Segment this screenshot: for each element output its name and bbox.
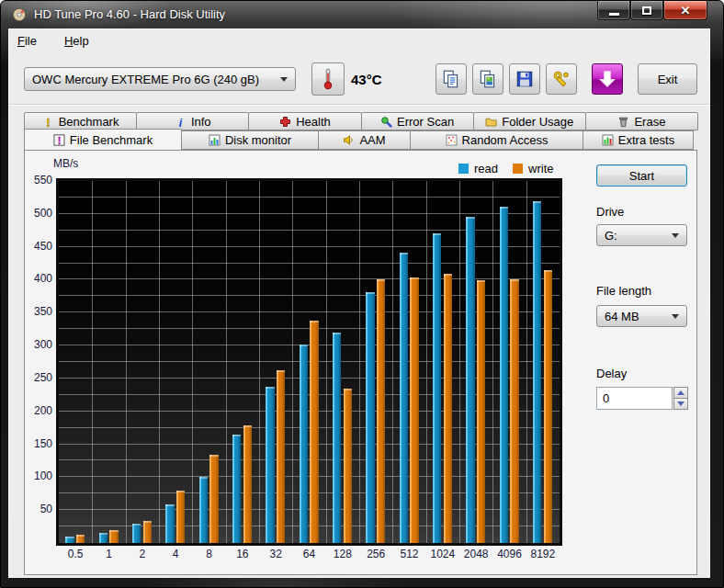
read-bar <box>400 253 408 543</box>
minimize-icon <box>609 13 619 16</box>
folder-usage-icon <box>485 116 497 128</box>
error-scan-icon <box>380 116 392 128</box>
maximize-button[interactable] <box>630 1 663 20</box>
read-bar <box>300 345 308 543</box>
copy-text-icon <box>441 69 461 89</box>
drive-label: Drive <box>596 205 624 219</box>
random-access-icon <box>446 134 458 146</box>
spinner-down-button[interactable] <box>673 398 688 410</box>
read-bar <box>433 233 441 543</box>
tab-label: Disk monitor <box>225 133 291 147</box>
y-axis-label: 150 <box>17 437 52 450</box>
tab-disk-monitor[interactable]: Disk monitor <box>181 130 319 150</box>
tab-info[interactable]: iInfo <box>136 112 249 130</box>
delay-spinner <box>673 387 688 410</box>
read-bar <box>232 435 241 543</box>
maximize-icon <box>642 6 651 15</box>
temperature-button[interactable] <box>311 62 345 96</box>
gridline <box>192 181 193 543</box>
toolbar-separator <box>9 104 709 106</box>
gridline <box>526 181 527 543</box>
drive-select-combobox[interactable]: OWC Mercury EXTREME Pro 6G (240 gB) <box>24 67 296 91</box>
read-bar <box>132 524 141 543</box>
close-icon: ✕ <box>681 4 691 17</box>
aam-icon <box>343 134 355 146</box>
gridline <box>59 246 560 247</box>
tab-health[interactable]: Health <box>248 112 361 130</box>
tab-error-scan[interactable]: Error Scan <box>361 112 474 130</box>
copy-image-icon <box>478 69 498 89</box>
health-icon <box>279 116 291 128</box>
y-axis-label: 550 <box>17 174 52 187</box>
options-button[interactable] <box>546 63 577 95</box>
file-length-combobox-value: 64 MB <box>605 310 639 323</box>
benchmark-icon: ! <box>42 116 54 128</box>
tab-random-access[interactable]: Random Access <box>410 130 583 150</box>
start-button[interactable]: Start <box>596 164 687 187</box>
temperature-value: 43°C <box>351 72 382 87</box>
write-bar <box>544 270 552 543</box>
tab-label: Random Access <box>462 133 549 147</box>
gridline <box>459 181 460 543</box>
gridline <box>59 213 560 214</box>
y-axis-label: 200 <box>17 404 52 417</box>
read-bar <box>266 387 274 543</box>
benchmark-plot-area <box>59 181 560 543</box>
x-axis-label: 8192 <box>523 548 563 560</box>
gridline <box>226 181 227 543</box>
chevron-up-icon <box>677 390 684 395</box>
gridline <box>292 181 293 543</box>
tab-erase[interactable]: Erase <box>585 112 698 130</box>
read-bar <box>65 537 74 543</box>
save-button[interactable] <box>509 63 540 95</box>
tab-row-1: !BenchmarkiInfoHealthError ScanFolder Us… <box>24 112 697 130</box>
y-axis-label: 250 <box>17 371 52 384</box>
read-bar <box>500 207 508 543</box>
close-button[interactable]: ✕ <box>663 1 707 20</box>
save-icon <box>515 69 535 89</box>
delay-input[interactable] <box>596 387 673 410</box>
write-bar <box>209 455 218 543</box>
gridline <box>359 181 360 543</box>
svg-text:!: ! <box>58 134 62 145</box>
read-bar <box>366 292 374 543</box>
svg-text:!: ! <box>46 116 50 128</box>
menu-help[interactable]: Help <box>57 32 96 50</box>
tab-extra-tests[interactable]: Extra tests <box>583 130 694 150</box>
drive-combobox[interactable]: G: <box>596 224 687 246</box>
chevron-down-icon <box>280 77 288 82</box>
file-benchmark-icon: ! <box>53 134 65 146</box>
copy-image-button[interactable] <box>472 63 503 95</box>
write-bar <box>176 491 185 543</box>
gridline <box>492 181 493 543</box>
gridline <box>159 181 160 543</box>
file-length-combobox[interactable]: 64 MB <box>596 305 687 327</box>
tab-file-benchmark[interactable]: !File Benchmark <box>24 129 182 150</box>
read-bar <box>466 217 474 543</box>
tab-benchmark[interactable]: !Benchmark <box>24 112 137 130</box>
update-icon <box>597 69 617 89</box>
drive-select-value: OWC Mercury EXTREME Pro 6G (240 gB) <box>32 73 259 86</box>
tab-folder-usage[interactable]: Folder Usage <box>473 112 586 130</box>
tab-label: Info <box>191 115 211 129</box>
write-bar <box>410 277 418 543</box>
tab-aam[interactable]: AAM <box>318 130 411 150</box>
minimize-button[interactable] <box>597 1 630 20</box>
gridline <box>326 181 327 543</box>
gridline <box>59 263 560 264</box>
erase-icon <box>617 116 629 128</box>
read-bar <box>533 201 541 543</box>
tab-label: AAM <box>359 133 385 147</box>
write-bar <box>477 280 485 543</box>
chevron-down-icon <box>677 401 684 406</box>
write-bar <box>510 279 518 543</box>
menu-file[interactable]: File <box>10 32 44 50</box>
read-bar <box>99 533 107 543</box>
copy-text-button[interactable] <box>436 63 467 95</box>
update-button[interactable] <box>592 63 623 95</box>
write-bar <box>310 321 318 543</box>
tab-label: Folder Usage <box>502 115 573 129</box>
y-axis-label: 100 <box>17 469 52 482</box>
write-bar <box>277 370 285 543</box>
exit-button[interactable]: Exit <box>638 63 697 95</box>
